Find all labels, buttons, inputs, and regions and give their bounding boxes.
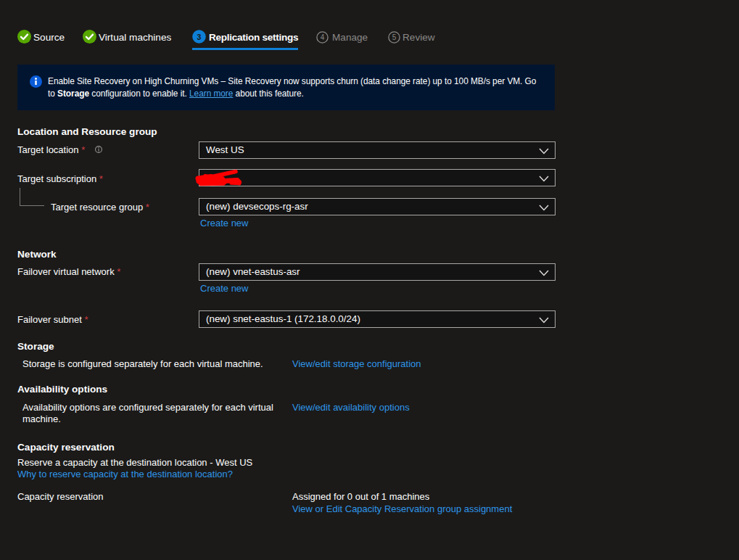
svg-text:4: 4 xyxy=(321,33,325,41)
svg-text:5: 5 xyxy=(392,33,397,41)
svg-text:3: 3 xyxy=(197,33,202,41)
